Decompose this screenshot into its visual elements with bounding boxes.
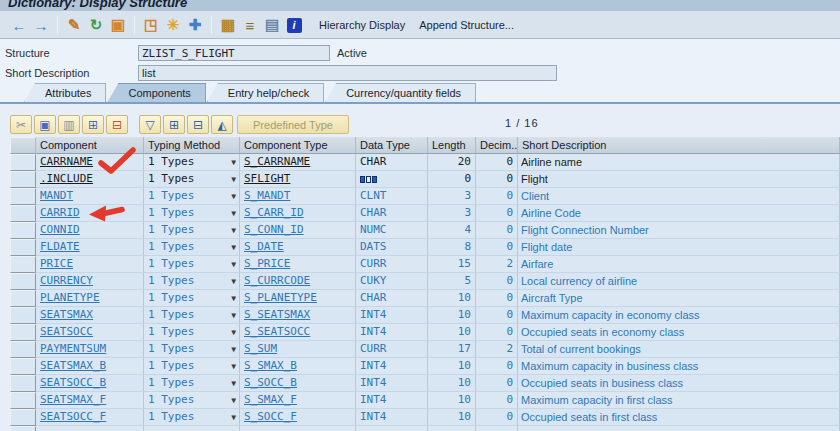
insert-row-icon[interactable]: ⊞	[82, 115, 104, 134]
forward-icon[interactable]: →	[31, 15, 51, 35]
component-link[interactable]: FLDATE	[40, 240, 80, 253]
typing-method-dropdown-icon[interactable]: ▼	[231, 375, 236, 392]
row-selector[interactable]	[10, 290, 36, 307]
filter-icon[interactable]: ▽	[139, 115, 161, 134]
component-type-link[interactable]: S_SEATSOCC	[244, 325, 310, 338]
column-header-3[interactable]: Data Type	[356, 137, 428, 154]
typing-method-dropdown-icon[interactable]: ▼	[231, 256, 236, 273]
typing-method-dropdown-icon[interactable]: ▼	[231, 290, 236, 307]
component-link[interactable]: PLANETYPE	[40, 291, 100, 304]
copy-rows-icon[interactable]: ▣	[34, 115, 56, 134]
table-view-icon[interactable]: ▤	[262, 15, 282, 35]
typing-method-dropdown-icon[interactable]: ▼	[231, 409, 236, 426]
sort-icon[interactable]: ◭	[211, 115, 233, 134]
cut-icon[interactable]: ✂	[10, 115, 32, 134]
typing-method-dropdown-icon[interactable]: ▼	[231, 307, 236, 324]
row-selector[interactable]	[10, 188, 36, 205]
component-link[interactable]: CURRENCY	[40, 274, 93, 287]
component-type-link[interactable]: S_PLANETYPE	[244, 291, 317, 304]
column-header-5[interactable]: Decim...	[476, 137, 518, 154]
refresh-icon[interactable]: ↻	[86, 15, 106, 35]
typing-method-dropdown-icon[interactable]: ▼	[231, 358, 236, 375]
tab-components[interactable]: Components	[107, 83, 205, 102]
append-structure-button[interactable]: Append Structure...	[419, 19, 514, 31]
component-link[interactable]: PAYMENTSUM	[40, 342, 106, 355]
typing-method-dropdown-icon[interactable]: ▼	[231, 154, 236, 171]
component-link[interactable]: SEATSMAX	[40, 308, 93, 321]
column-header-2[interactable]: Component Type	[240, 137, 356, 154]
typing-method-dropdown-icon[interactable]: ▼	[231, 324, 236, 341]
row-selector[interactable]	[10, 341, 36, 358]
typing-method-dropdown-icon[interactable]: ▼	[231, 341, 236, 358]
component-type-link[interactable]: S_SMAX_F	[244, 393, 297, 406]
row-selector[interactable]	[10, 375, 36, 392]
row-selector[interactable]	[10, 409, 36, 426]
component-link[interactable]: MANDT	[40, 189, 73, 202]
back-icon[interactable]: ←	[9, 15, 29, 35]
tab-entry-help-check[interactable]: Entry help/check	[207, 83, 324, 102]
component-link[interactable]: CARRNAME	[40, 155, 93, 168]
row-selector[interactable]	[10, 239, 36, 256]
component-type-link[interactable]: S_SUM	[244, 342, 277, 355]
typing-method-dropdown-icon[interactable]: ▼	[231, 222, 236, 239]
row-selector[interactable]	[10, 171, 36, 188]
component-type-link[interactable]: S_CURRCODE	[244, 274, 310, 287]
display-change-icon[interactable]: ✎	[64, 15, 84, 35]
typing-method-dropdown-icon[interactable]: ▼	[231, 392, 236, 409]
short-description-input[interactable]	[138, 65, 557, 81]
paste-rows-icon[interactable]: ▥	[58, 115, 80, 134]
component-type-link[interactable]: S_MANDT	[244, 189, 290, 202]
where-used-icon[interactable]: ◳	[141, 15, 161, 35]
tab-currency-quantity-fields[interactable]: Currency/quantity fields	[325, 83, 476, 102]
delete-row-icon[interactable]: ⊟	[106, 115, 128, 134]
component-type-link[interactable]: SFLIGHT	[244, 172, 290, 185]
component-type-link[interactable]: S_SOCC_F	[244, 410, 297, 423]
component-type-link[interactable]: S_CARRNAME	[244, 155, 310, 168]
column-header-0[interactable]: Component	[36, 137, 144, 154]
component-type-link[interactable]: S_SMAX_B	[244, 359, 297, 372]
row-selector[interactable]	[10, 307, 36, 324]
component-link[interactable]: SEATSOCC_F	[40, 410, 106, 423]
component-type-link[interactable]: S_DATE	[244, 240, 284, 253]
hierarchy-icon[interactable]: ▦	[218, 15, 238, 35]
typing-method-dropdown-icon[interactable]: ▼	[231, 188, 236, 205]
component-link[interactable]: SEATSMAX_F	[40, 393, 106, 406]
column-header-6[interactable]: Short Description	[518, 137, 840, 154]
component-type-link[interactable]: S_CARR_ID	[244, 206, 304, 219]
row-selector[interactable]	[10, 154, 36, 171]
layers-icon[interactable]: ≡	[240, 15, 260, 35]
typing-method-dropdown-icon[interactable]: ▼	[231, 171, 236, 188]
row-selector[interactable]	[10, 392, 36, 409]
structure-input[interactable]	[138, 45, 330, 61]
column-header-1[interactable]: Typing Method	[144, 137, 240, 154]
typing-method-dropdown-icon[interactable]: ▼	[231, 205, 236, 222]
typing-method-dropdown-icon[interactable]: ▼	[231, 239, 236, 256]
navigate-icon[interactable]: ✚	[185, 15, 205, 35]
copy-icon[interactable]: ▣	[108, 15, 128, 35]
component-type-link[interactable]: S_PRICE	[244, 257, 290, 270]
component-link[interactable]: PRICE	[40, 257, 73, 270]
component-link[interactable]: SEATSOCC_B	[40, 376, 106, 389]
expand-all-icon[interactable]: ⊞	[163, 115, 185, 134]
info-icon[interactable]: i	[284, 15, 304, 35]
column-header-4[interactable]: Length	[428, 137, 476, 154]
wand-icon[interactable]: ✳	[163, 15, 183, 35]
row-selector[interactable]	[10, 426, 36, 431]
row-selector[interactable]	[10, 222, 36, 239]
component-link[interactable]: .INCLUDE	[40, 172, 93, 185]
row-selector[interactable]	[10, 324, 36, 341]
component-type-link[interactable]: S_SOCC_B	[244, 376, 297, 389]
row-selector[interactable]	[10, 256, 36, 273]
component-type-link[interactable]: S_CONN_ID	[244, 223, 304, 236]
hierarchy-display-button[interactable]: Hierarchy Display	[319, 19, 405, 31]
tab-attributes[interactable]: Attributes	[24, 83, 106, 102]
row-selector[interactable]	[10, 205, 36, 222]
typing-method-dropdown-icon[interactable]: ▼	[231, 273, 236, 290]
row-selector[interactable]	[10, 273, 36, 290]
component-type-link[interactable]: S_SEATSMAX	[244, 308, 310, 321]
component-link[interactable]: SEATSMAX_B	[40, 359, 106, 372]
row-selector[interactable]	[10, 358, 36, 375]
component-link[interactable]: SEATSOCC	[40, 325, 93, 338]
component-link[interactable]: CARRID	[40, 206, 80, 219]
select-all-cell[interactable]	[10, 137, 36, 154]
